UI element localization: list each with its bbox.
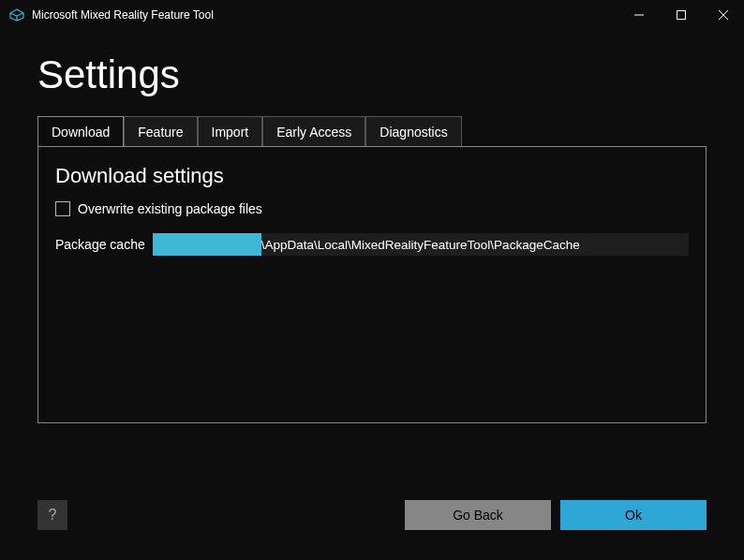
page-title: Settings: [0, 30, 744, 116]
help-button[interactable]: ?: [37, 500, 67, 530]
tab-download[interactable]: Download: [37, 116, 124, 147]
window-controls: [618, 0, 744, 30]
title-bar: Microsoft Mixed Reality Feature Tool: [0, 0, 744, 30]
tab-feature[interactable]: Feature: [124, 116, 197, 147]
svg-rect-1: [677, 11, 685, 20]
settings-panel: Download settings Overwrite existing pac…: [37, 146, 707, 423]
package-cache-row: Package cache \AppData\Local\MixedRealit…: [55, 233, 689, 256]
redacted-segment: [153, 233, 261, 256]
footer: ? Go Back Ok: [37, 500, 707, 530]
app-icon: [9, 7, 24, 22]
minimize-button[interactable]: [618, 0, 660, 30]
tab-strip: Download Feature Import Early Access Dia…: [37, 116, 707, 147]
tab-early-access[interactable]: Early Access: [262, 116, 365, 147]
package-cache-path-text: \AppData\Local\MixedRealityFeatureTool\P…: [261, 238, 580, 252]
ok-button[interactable]: Ok: [560, 500, 707, 530]
go-back-button[interactable]: Go Back: [405, 500, 551, 530]
package-cache-label: Package cache: [55, 237, 145, 252]
overwrite-checkbox-label: Overwrite existing package files: [78, 201, 262, 216]
tab-import[interactable]: Import: [198, 116, 263, 147]
package-cache-input[interactable]: \AppData\Local\MixedRealityFeatureTool\P…: [153, 233, 689, 256]
tab-diagnostics[interactable]: Diagnostics: [365, 116, 461, 147]
maximize-button[interactable]: [660, 0, 702, 30]
checkbox-icon[interactable]: [55, 201, 70, 216]
window-title: Microsoft Mixed Reality Feature Tool: [32, 8, 214, 22]
close-button[interactable]: [702, 0, 744, 30]
overwrite-checkbox-row[interactable]: Overwrite existing package files: [55, 201, 689, 216]
section-heading: Download settings: [55, 164, 689, 188]
